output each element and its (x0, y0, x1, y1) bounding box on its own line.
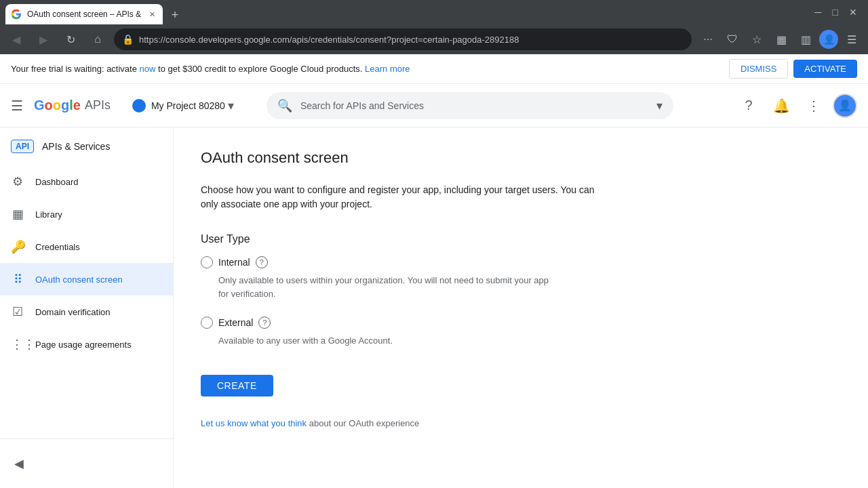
tab-favicon (11, 9, 22, 20)
more-menu-button[interactable]: ⋮ (800, 92, 827, 119)
api-badge: API (11, 140, 34, 153)
domain-icon: ☑ (11, 304, 24, 319)
dashboard-icon: ⚙ (11, 174, 24, 189)
sidebar-item-library[interactable]: ▦ Library (0, 198, 173, 230)
close-window-button[interactable]: ✕ (849, 7, 857, 18)
activate-button[interactable]: ACTIVATE (793, 60, 857, 78)
sidebar-label-domain: Domain verification (35, 307, 111, 317)
create-button[interactable]: CREATE (201, 375, 273, 396)
internal-label: Internal (218, 257, 250, 268)
sidebar-header: API APIs & Services (0, 127, 173, 165)
browser-profile-icon[interactable]: 👤 (819, 30, 838, 49)
header-icons: ? 🔔 ⋮ 👤 (735, 92, 857, 119)
project-chevron-icon: ▾ (228, 98, 234, 113)
credentials-icon: 🔑 (11, 239, 24, 254)
more-options-button[interactable]: ··· (697, 28, 719, 50)
learn-more-link[interactable]: Learn more (365, 64, 410, 74)
tab-close-button[interactable]: ✕ (146, 9, 157, 20)
project-selector[interactable]: My Project 80280 ▾ (127, 96, 239, 116)
search-bar[interactable]: 🔍 Search for APIs and Services ▾ (267, 92, 673, 119)
radio-label-external[interactable]: External ? (201, 317, 841, 329)
page-title: OAuth consent screen (201, 149, 841, 167)
forward-button[interactable]: ▶ (33, 28, 54, 50)
feedback-text: Let us know what you think about our OAu… (201, 418, 841, 428)
search-placeholder: Search for APIs and Services (300, 100, 648, 111)
banner-message: Your free trial is waiting: activate now… (11, 64, 724, 74)
sidebar-item-oauth[interactable]: ⠿ OAuth consent screen (0, 263, 173, 296)
internal-description: Only available to users within your orga… (218, 274, 557, 300)
library-icon: ▦ (11, 207, 24, 222)
logo-g: Google (34, 98, 81, 113)
external-label: External (218, 317, 253, 328)
trial-banner: Your free trial is waiting: activate now… (0, 54, 868, 84)
user-type-label: User Type (201, 233, 841, 245)
main-content: OAuth consent screen Choose how you want… (174, 127, 868, 488)
reload-button[interactable]: ↻ (60, 28, 81, 50)
sidebar-item-dashboard[interactable]: ⚙ Dashboard (0, 165, 173, 198)
app-header: ☰ Google APIs My Project 80280 ▾ 🔍 Searc… (0, 84, 868, 127)
sidebar-label-page-usage: Page usage agreements (35, 340, 132, 350)
home-button[interactable]: ⌂ (87, 28, 108, 50)
sidebar-item-domain[interactable]: ☑ Domain verification (0, 296, 173, 328)
project-name: My Project 80280 (151, 100, 225, 111)
tab-title: OAuth consent screen – APIs & (27, 9, 141, 19)
window-controls: ─ □ ✕ (815, 7, 863, 18)
tab-bar: OAuth consent screen – APIs & ✕ + (5, 0, 184, 24)
banner-activate-link[interactable]: now (140, 64, 158, 74)
radio-option-external: External ? Available to any user with a … (201, 317, 841, 348)
main-container: API APIs & Services ⚙ Dashboard ▦ Librar… (0, 127, 868, 488)
google-apis-logo: Google APIs (34, 98, 111, 113)
radio-input-internal[interactable] (201, 256, 213, 268)
sidebar-label-credentials: Credentials (35, 242, 80, 252)
help-button[interactable]: ? (735, 92, 762, 119)
project-dot (132, 99, 146, 113)
radio-label-internal[interactable]: Internal ? (201, 256, 841, 268)
sidebar-item-credentials[interactable]: 🔑 Credentials (0, 230, 173, 263)
radio-input-external[interactable] (201, 317, 213, 329)
address-bar[interactable]: 🔒 https://console.developers.google.com/… (114, 28, 692, 50)
radio-option-internal: Internal ? Only available to users withi… (201, 256, 841, 300)
sidebar-label-oauth: OAuth consent screen (35, 274, 123, 285)
feedback-link[interactable]: Let us know what you think (201, 418, 307, 428)
new-tab-button[interactable]: + (165, 5, 184, 24)
sidebar-label-dashboard: Dashboard (35, 177, 79, 187)
maximize-button[interactable]: □ (833, 7, 838, 18)
sidebar-nav: ⚙ Dashboard ▦ Library 🔑 Credentials ⠿ OA… (0, 165, 173, 439)
search-icon: 🔍 (277, 98, 292, 113)
sidebar-label-library: Library (35, 209, 62, 220)
secure-icon: 🔒 (122, 34, 134, 45)
notifications-button[interactable]: 🔔 (768, 92, 795, 119)
internal-help-icon[interactable]: ? (256, 256, 268, 268)
sidebar-title: APIs & Services (42, 141, 110, 152)
url-text: https://console.developers.google.com/ap… (139, 35, 684, 45)
browser-menu-icon[interactable]: ☰ (841, 28, 863, 50)
browser-toolbar: ◀ ▶ ↻ ⌂ 🔒 https://console.developers.goo… (0, 24, 868, 54)
sidebar-item-page-usage[interactable]: ⋮⋮ Page usage agreements (0, 328, 173, 361)
bookmark-icon[interactable]: ☆ (746, 28, 768, 50)
external-help-icon[interactable]: ? (258, 317, 271, 329)
search-container[interactable]: 🔍 Search for APIs and Services ▾ (267, 92, 673, 119)
feedback-after: about our OAuth experience (309, 418, 420, 428)
search-chevron-icon: ▾ (656, 98, 663, 113)
menu-toggle-button[interactable]: ☰ (11, 98, 23, 114)
apis-text: APIs (85, 98, 111, 113)
browser-titlebar: OAuth consent screen – APIs & ✕ + ─ □ ✕ (0, 0, 868, 24)
dismiss-button[interactable]: DISMISS (729, 59, 788, 79)
user-type-radio-group: Internal ? Only available to users withi… (201, 256, 841, 359)
browser-tab[interactable]: OAuth consent screen – APIs & ✕ (5, 4, 163, 24)
page-usage-icon: ⋮⋮ (11, 337, 24, 352)
external-description: Available to any user with a Google Acco… (218, 334, 557, 348)
sidebar-collapse-button[interactable]: ◀ (5, 450, 33, 477)
user-avatar[interactable]: 👤 (833, 94, 857, 118)
page-description: Choose how you want to configure and reg… (201, 183, 608, 211)
reading-mode-icon[interactable]: ▦ (770, 28, 792, 50)
toolbar-actions: ··· 🛡 ☆ ▦ ▥ 👤 ☰ (697, 28, 863, 50)
oauth-icon: ⠿ (11, 272, 24, 287)
sidebar-footer: ◀ (0, 439, 173, 488)
split-view-icon[interactable]: ▥ (795, 28, 816, 50)
sidebar: API APIs & Services ⚙ Dashboard ▦ Librar… (0, 127, 174, 488)
shield-icon[interactable]: 🛡 (722, 28, 743, 50)
back-button[interactable]: ◀ (5, 28, 27, 50)
minimize-button[interactable]: ─ (815, 7, 822, 18)
